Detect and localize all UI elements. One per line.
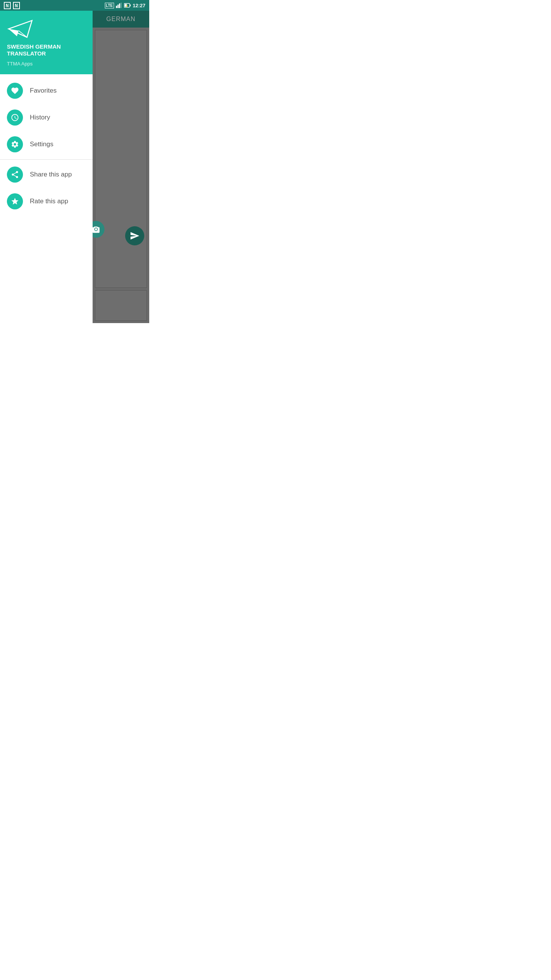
- star-icon: [11, 197, 19, 206]
- svg-marker-8: [8, 21, 32, 38]
- notification-icon-2: N: [13, 2, 20, 9]
- lte-badge: LTE: [105, 3, 114, 8]
- share-icon: [11, 170, 19, 179]
- history-icon-circle: [7, 109, 23, 126]
- status-bar: N N LTE ⚡ 12:27: [0, 0, 149, 11]
- svg-rect-1: [117, 5, 119, 8]
- send-icon: [130, 231, 140, 241]
- nav-item-history[interactable]: History: [0, 104, 93, 131]
- svg-rect-5: [130, 5, 130, 7]
- signal-icon: [116, 3, 122, 8]
- nav-item-share[interactable]: Share this app: [0, 161, 93, 188]
- history-label: History: [30, 114, 50, 121]
- bottom-input-panel: [95, 290, 147, 321]
- rate-label: Rate this app: [30, 198, 68, 205]
- svg-text:⚡: ⚡: [125, 4, 129, 8]
- nav-item-settings[interactable]: Settings: [0, 131, 93, 158]
- app-logo-icon: [7, 18, 34, 39]
- svg-marker-9: [8, 29, 18, 36]
- main-panel: GERMAN: [93, 11, 149, 323]
- send-button[interactable]: [125, 226, 144, 245]
- camera-icon: [92, 225, 100, 234]
- notification-icon-1: N: [4, 2, 11, 9]
- battery-icon: ⚡: [124, 3, 131, 8]
- heart-icon: [11, 87, 19, 95]
- app-subtitle: TTMA Apps: [7, 61, 86, 67]
- main-content-area: [95, 30, 147, 288]
- share-label: Share this app: [30, 171, 72, 178]
- clock-icon: [11, 113, 19, 122]
- favorites-icon-circle: [7, 83, 23, 99]
- status-time: 12:27: [133, 3, 145, 8]
- settings-icon-circle: [7, 136, 23, 152]
- favorites-label: Favorites: [30, 87, 57, 95]
- nav-item-favorites[interactable]: Favorites: [0, 77, 93, 104]
- svg-rect-3: [121, 3, 122, 8]
- svg-rect-2: [119, 3, 120, 8]
- gear-icon: [11, 140, 19, 149]
- drawer-header: SWEDISH GERMAN TRANSLATOR TTMA Apps: [0, 11, 93, 74]
- nav-item-rate[interactable]: Rate this app: [0, 188, 93, 215]
- share-icon-circle: [7, 167, 23, 183]
- app-title: SWEDISH GERMAN TRANSLATOR: [7, 43, 86, 57]
- rate-icon-circle: [7, 193, 23, 209]
- main-header-title: GERMAN: [106, 16, 135, 23]
- main-header: GERMAN: [93, 11, 149, 28]
- settings-label: Settings: [30, 140, 53, 148]
- drawer: SWEDISH GERMAN TRANSLATOR TTMA Apps Favo…: [0, 11, 93, 323]
- svg-rect-0: [116, 6, 117, 8]
- divider: [0, 159, 93, 160]
